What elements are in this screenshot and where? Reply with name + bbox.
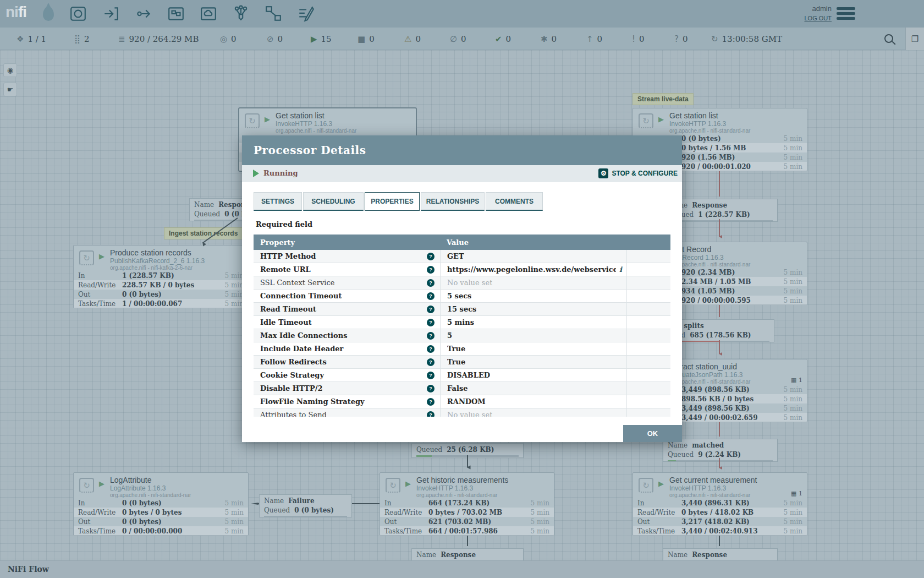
- run-status-icon: ▶: [658, 479, 664, 488]
- connection-matched[interactable]: Namematched Queued9 (2.24 KB): [663, 439, 778, 462]
- disabled-icon: ∅: [450, 34, 457, 44]
- processor-get-current-measurement[interactable]: ↻ ▶ Get current measurement InvokeHTTP 1…: [632, 472, 807, 536]
- tab-properties[interactable]: PROPERTIES: [365, 192, 420, 211]
- connection-failure[interactable]: NameFailure Queued0 (0 bytes): [259, 494, 352, 517]
- template-icon[interactable]: [265, 5, 283, 23]
- processor-type: InvokeHTTP 1.16.3: [276, 120, 356, 128]
- processor-icon[interactable]: [69, 5, 88, 23]
- help-icon: ?: [427, 253, 435, 260]
- property-row-follow-redirects[interactable]: Follow Redirects? True: [254, 356, 670, 369]
- processor-stamp-icon: ↻: [639, 113, 653, 128]
- flow-status-bar: ❖1 / 1 ⣿2 ≣920 / 264.29 MB ◎0 ⊘0 ▶15 ■0 …: [0, 28, 924, 50]
- queue-bar: [264, 516, 347, 517]
- tab-settings[interactable]: SETTINGS: [254, 192, 302, 211]
- summary-doc-icon[interactable]: ❐: [905, 28, 924, 50]
- connection-queued-25[interactable]: Queued25 (6.28 KB): [411, 443, 524, 458]
- processor-details-dialog: Processor Details Running ⚙ STOP & CONFI…: [242, 135, 682, 442]
- label-stream-live-data[interactable]: Stream live-data: [632, 93, 694, 105]
- property-row-idle-timeout[interactable]: Idle Timeout? 5 mins: [254, 316, 670, 329]
- processor-type: InvokeHTTP 1.16.3: [669, 120, 750, 128]
- status-stopped: ■0: [358, 28, 375, 50]
- invalid-icon: ⚠: [404, 34, 411, 44]
- column-value: Value: [440, 238, 626, 247]
- property-row-remote-url[interactable]: Remote URL? https://www.pegelonline.wsv.…: [254, 263, 670, 276]
- status-sync-failure: ?0: [674, 28, 688, 50]
- up-to-date-icon: ✔: [495, 34, 502, 44]
- processor-get-historic-measurements[interactable]: ↻ ▶ Get historic measurements InvokeHTTP…: [380, 472, 554, 536]
- navigate-palette-icon[interactable]: ◉: [3, 63, 17, 77]
- property-row-disable-http2[interactable]: Disable HTTP/2? False: [254, 382, 670, 395]
- remote-process-group-icon[interactable]: [200, 5, 218, 23]
- help-icon: ?: [427, 372, 435, 379]
- help-icon: ?: [427, 358, 435, 366]
- property-row-attributes-to-send[interactable]: Attributes to Send? No value set: [254, 408, 670, 417]
- refresh-icon[interactable]: ↻: [711, 34, 718, 44]
- properties-table: Property Value HTTP Method? GET Remote U…: [254, 235, 670, 417]
- required-field-note: Required field: [256, 220, 312, 228]
- ok-button[interactable]: OK: [623, 425, 682, 442]
- processor-title: LogAttribute: [110, 476, 191, 484]
- processor-produce-station-records[interactable]: ↻ ▶ Produce station records PublishKafka…: [73, 245, 249, 308]
- property-row-ssl-context-service[interactable]: SSL Context Service? No value set: [254, 276, 670, 290]
- nifi-drop-icon: [43, 7, 54, 21]
- grouped-count-badge: ▦ 1: [791, 490, 802, 497]
- gear-icon: ⚙: [598, 168, 608, 178]
- locally-modified-icon: ✱: [541, 34, 548, 44]
- table-header: Property Value: [254, 235, 670, 250]
- processor-title: Get current measurement: [669, 476, 757, 484]
- tab-relationships[interactable]: RELATIONSHIPS: [421, 192, 485, 211]
- transmitting-icon: ◎: [220, 34, 227, 44]
- processor-type: InvokeHTTP 1.16.3: [416, 484, 508, 492]
- status-cluster: ❖1 / 1: [16, 28, 46, 50]
- funnel-icon[interactable]: [232, 5, 251, 23]
- processor-run-status: Running: [253, 169, 298, 177]
- processor-type: PublishKafkaRecord_2_6 1.16.3: [110, 257, 205, 265]
- status-not-transmitting: ⊘0: [267, 28, 283, 50]
- property-row-include-date-header[interactable]: Include Date Header? True: [254, 342, 670, 356]
- operate-palette-icon[interactable]: ☛: [3, 83, 17, 96]
- dialog-status-row: Running ⚙ STOP & CONFIGURE: [242, 165, 682, 182]
- property-row-connection-timeout[interactable]: Connection Timeout? 5 secs: [254, 290, 670, 303]
- locally-modified-stale-icon: !: [632, 34, 635, 44]
- search-icon[interactable]: [884, 34, 893, 43]
- status-stale: ↑0: [586, 28, 602, 50]
- property-row-http-method[interactable]: HTTP Method? GET: [254, 250, 670, 263]
- property-row-read-timeout[interactable]: Read Timeout? 15 secs: [254, 303, 670, 316]
- status-queued: ≣920 / 264.29 MB: [118, 28, 199, 50]
- tab-comments[interactable]: COMMENTS: [486, 192, 543, 211]
- processor-type: LogAttribute 1.16.3: [110, 484, 191, 492]
- logout-link[interactable]: LOG OUT: [804, 15, 832, 21]
- global-menu-icon[interactable]: [837, 7, 855, 20]
- processor-logattribute[interactable]: ↻ ▶ LogAttribute LogAttribute 1.16.3 org…: [73, 472, 249, 536]
- run-status-icon: ▶: [265, 115, 270, 123]
- tab-scheduling[interactable]: SCHEDULING: [303, 192, 364, 211]
- processor-title: Get station list: [669, 111, 750, 120]
- stale-icon: ↑: [586, 34, 593, 44]
- help-icon: ?: [427, 345, 435, 353]
- process-group-icon[interactable]: [167, 5, 186, 23]
- dialog-title: Processor Details: [254, 144, 366, 157]
- stop-and-configure-button[interactable]: ⚙ STOP & CONFIGURE: [598, 168, 678, 178]
- processor-title: Get historic measurements: [416, 476, 508, 484]
- property-row-flowfile-naming-strategy[interactable]: FlowFile Naming Strategy? RANDOM: [254, 395, 670, 408]
- run-status-icon: ▶: [99, 479, 105, 488]
- status-disabled: ∅0: [450, 28, 466, 50]
- help-icon: ?: [427, 279, 435, 287]
- processor-stamp-icon: ↻: [79, 250, 94, 265]
- help-icon: ?: [427, 385, 435, 392]
- label-icon[interactable]: [297, 5, 316, 23]
- output-port-icon[interactable]: [135, 5, 153, 23]
- running-icon: ▶: [311, 34, 317, 44]
- last-refresh-time: 13:00:58 GMT: [722, 34, 782, 44]
- info-icon: i: [616, 265, 622, 274]
- processor-bundle: org.apache.nifi - nifi-standard-nar: [416, 492, 508, 498]
- label-ingest-station-records[interactable]: Ingest station records: [164, 227, 243, 239]
- breadcrumb[interactable]: NiFi Flow: [8, 565, 49, 574]
- help-icon: ?: [427, 292, 435, 300]
- help-icon: ?: [427, 266, 435, 274]
- input-port-icon[interactable]: [102, 5, 121, 23]
- property-row-max-idle-connections[interactable]: Max Idle Connections? 5: [254, 329, 670, 342]
- property-row-cookie-strategy[interactable]: Cookie Strategy? DISABLED: [254, 369, 670, 382]
- help-icon: ?: [427, 398, 435, 406]
- processor-stamp-icon: ↻: [79, 478, 94, 493]
